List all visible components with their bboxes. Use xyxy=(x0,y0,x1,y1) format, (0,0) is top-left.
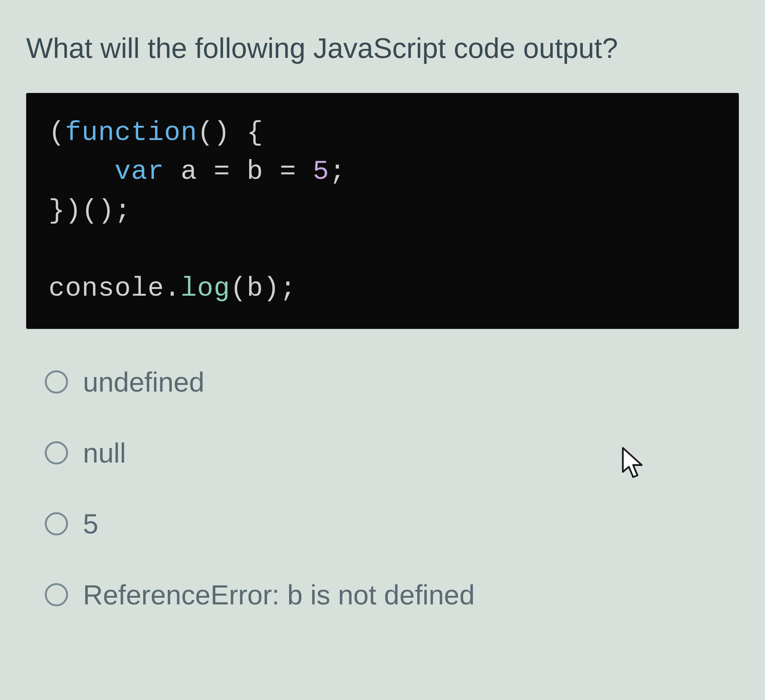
option-referenceerror[interactable]: ReferenceError: b is not defined xyxy=(45,579,739,611)
code-text: 5 xyxy=(313,157,329,187)
code-text: log xyxy=(181,273,230,304)
quiz-question: What will the following JavaScript code … xyxy=(0,0,765,611)
option-5[interactable]: 5 xyxy=(45,508,739,540)
option-label: ReferenceError: b is not defined xyxy=(83,579,475,611)
radio-icon xyxy=(45,512,68,535)
radio-icon xyxy=(45,583,68,606)
code-text: ( xyxy=(49,118,65,148)
radio-icon xyxy=(45,441,68,465)
code-snippet: (function() { var a = b = 5; })(); conso… xyxy=(26,93,739,329)
option-null[interactable]: null xyxy=(45,437,739,469)
radio-icon xyxy=(45,370,68,394)
option-label: null xyxy=(83,437,126,469)
code-text: ; xyxy=(329,157,346,187)
code-text: a = b = xyxy=(164,157,313,187)
code-text xyxy=(49,157,115,187)
option-label: undefined xyxy=(83,366,204,398)
options-list: undefined null 5 ReferenceError: b is no… xyxy=(26,366,739,611)
code-text: console. xyxy=(49,273,181,304)
code-text: var xyxy=(115,157,164,187)
question-title: What will the following JavaScript code … xyxy=(26,30,739,67)
code-text: (b); xyxy=(230,273,296,304)
code-text: })(); xyxy=(49,196,131,226)
option-undefined[interactable]: undefined xyxy=(45,366,739,398)
code-text: () { xyxy=(197,118,263,148)
code-text: function xyxy=(65,118,197,148)
option-label: 5 xyxy=(83,508,98,540)
